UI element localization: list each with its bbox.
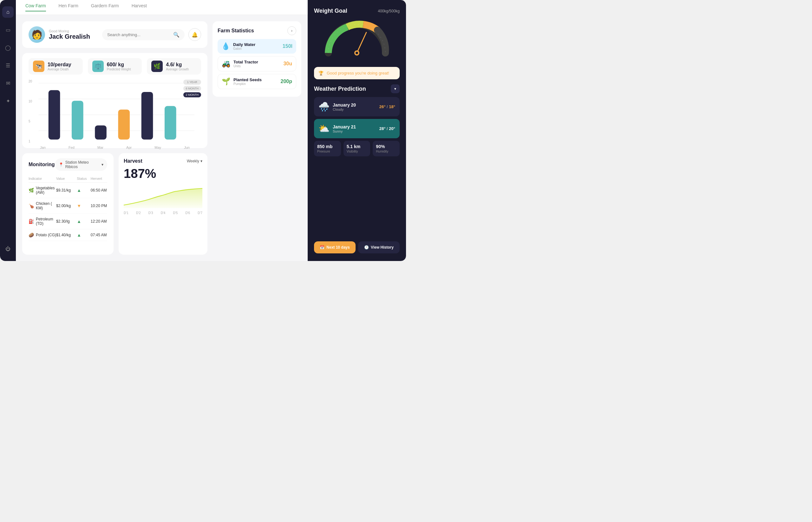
action-buttons: 📅 Next 10 days 🕐 View History: [314, 241, 400, 254]
nav-cow-farm[interactable]: Cow Farm: [25, 3, 46, 12]
user-icon: ◯: [5, 45, 11, 51]
stat-label-growth: Average Growth: [166, 67, 189, 71]
home-icon: ⌂: [6, 9, 9, 15]
stat-label-death: Average Death: [47, 67, 71, 71]
weather-day1: 🌧️ January 20 Cloudy 26° / 18°: [314, 97, 400, 116]
table-header: Indicator Value Status Hervert: [28, 175, 107, 183]
svg-rect-9: [165, 106, 176, 140]
tractor-icon: 🚜: [222, 60, 230, 68]
location-icon: 📍: [59, 162, 63, 167]
col-hervert: Hervert: [91, 177, 107, 180]
filter-1year[interactable]: 1 YEAR: [183, 80, 201, 85]
stat-icon-death: 🐄: [33, 61, 44, 72]
farm-stats-header: Farm Statistics ›: [218, 26, 296, 35]
visibility-label: Visibility: [347, 150, 367, 153]
chevron-down-icon: ▾: [394, 86, 396, 91]
stat-average-death: 🐄 10/perday Average Death: [28, 58, 83, 75]
stat-value-growth: 4.6/ kg: [166, 62, 189, 67]
row4-value: $1.40/kg: [56, 233, 77, 237]
station-select[interactable]: 📍 Station Meteo Ribicos ▾: [55, 158, 107, 171]
gauge-svg: [322, 18, 392, 59]
planted-seeds-unit: Pumpkin: [234, 82, 262, 86]
chart-svg: [28, 80, 201, 143]
search-icon: 🔍: [173, 32, 180, 38]
row4-status: ▲: [77, 233, 91, 238]
sidebar-item-mail[interactable]: ✉: [2, 77, 14, 89]
search-bar[interactable]: 🔍: [102, 29, 184, 40]
filter-6month[interactable]: 6 MONTH: [183, 86, 201, 91]
content-area: 🧑 Good Moring Jack Grealish 🔍 🔔: [16, 15, 308, 261]
humidity-stat: 90% Humidity: [373, 141, 400, 156]
pressure-stat: 850 mb Preesure: [314, 141, 341, 156]
monitoring-title: Monitoring: [28, 162, 55, 167]
sidebar-item-chat[interactable]: ☰: [2, 60, 14, 71]
cloudy-icon: 🌧️: [318, 101, 330, 112]
harvest-title: Harvest: [124, 158, 142, 164]
sidebar-item-user[interactable]: ◯: [2, 42, 14, 53]
search-input[interactable]: [107, 32, 170, 37]
left-column: 🧑 Good Moring Jack Grealish 🔍 🔔: [22, 21, 207, 255]
stat-label-weight: Predicted Weight: [107, 67, 131, 71]
stat-icon-growth: 🌿: [151, 61, 163, 72]
col-indicator: Indicator: [28, 177, 56, 180]
sidebar-item-home[interactable]: ⌂: [2, 6, 14, 18]
planted-seeds-value: 200p: [281, 79, 292, 84]
sidebar-item-power[interactable]: ⏻: [2, 243, 14, 255]
sidebar: ⌂ ▭ ◯ ☰ ✉ ✦ ⏻: [0, 0, 16, 261]
view-history-button[interactable]: 🕐 View History: [358, 241, 400, 254]
weekly-select[interactable]: Weekly ▾: [187, 159, 202, 163]
next-10-days-button[interactable]: 📅 Next 10 days: [314, 241, 356, 254]
weather-day2-date: January 21: [333, 124, 356, 129]
stat-value-weight: 600/ kg: [107, 62, 131, 67]
harvest-day-6: D'6: [185, 211, 190, 215]
total-tractor-value: 30u: [283, 61, 292, 66]
svg-rect-7: [118, 109, 130, 139]
monitoring-card: Monitoring 📍 Station Meteo Ribicos ▾ Ind…: [22, 153, 114, 255]
sidebar-item-settings[interactable]: ✦: [2, 95, 14, 106]
farm-statistics-card: Farm Statistics › 💧 Daily Water Galon 15…: [213, 21, 301, 97]
power-icon: ⏻: [5, 246, 11, 252]
daily-water-unit: Galon: [233, 47, 255, 51]
row2-status: ▼: [77, 203, 91, 208]
row1-status: ▲: [77, 188, 91, 193]
farm-stats-chevron[interactable]: ›: [288, 26, 296, 35]
sidebar-item-wallet[interactable]: ▭: [2, 24, 14, 36]
progress-text: Good progress you're doing great!: [327, 71, 389, 76]
stats-chart-card: 🐄 10/perday Average Death ⚖️ 600/ kg Pre…: [22, 53, 207, 148]
chevron-down-icon: ▾: [200, 159, 202, 163]
main-content: Cow Farm Hen Farm Gardern Farm Harvest 🧑…: [16, 0, 308, 261]
harvest-header: Harvest Weekly ▾: [124, 158, 202, 164]
weather-expand-btn[interactable]: ▾: [391, 84, 400, 93]
weather-day1-date: January 20: [333, 102, 356, 107]
user-name: Jack Grealish: [49, 33, 90, 40]
weather-day2-info: ⛅ January 21 Sunny: [318, 123, 356, 134]
bell-icon: 🔔: [192, 32, 198, 38]
stat-average-growth: 🌿 4.6/ kg Average Growth: [147, 58, 201, 75]
nav-hen-farm[interactable]: Hen Farm: [59, 3, 78, 12]
daily-water-left: 💧 Daily Water Galon: [221, 42, 255, 51]
notification-bell[interactable]: 🔔: [189, 28, 201, 41]
harvest-day-3: D'3: [148, 211, 153, 215]
weather-header: Weather Prediction ▾: [314, 84, 400, 93]
table-row: ⛽Petroleum (TD) $2.30/lg ▲ 12:20 AM: [28, 214, 107, 229]
row2-value: $2.00/kg: [56, 204, 77, 208]
station-name: Station Meteo Ribicos: [65, 160, 100, 169]
nav-harvest[interactable]: Harvest: [132, 3, 147, 12]
weekly-label: Weekly: [187, 159, 199, 163]
stat-icon-weight: ⚖️: [92, 61, 104, 72]
monitoring-header: Monitoring 📍 Station Meteo Ribicos ▾: [28, 158, 107, 171]
farm-stats-title: Farm Statistics: [218, 28, 254, 34]
visibility-stat: 5.1 km Visibility: [343, 141, 371, 156]
daily-water-value: 150l: [283, 43, 293, 49]
nav-garden-farm[interactable]: Gardern Farm: [91, 3, 119, 12]
row4-name: 🥔Potato (CG): [28, 233, 56, 238]
right-column: Farm Statistics › 💧 Daily Water Galon 15…: [213, 21, 301, 255]
row1-time: 06:50 AM: [91, 188, 107, 193]
chart-x-labels: Jan Fed Mar Apr May Jun: [28, 145, 201, 149]
filter-2month[interactable]: 2 MONTH: [183, 92, 201, 97]
svg-point-12: [356, 52, 358, 54]
row4-time: 07:45 AM: [91, 233, 107, 237]
weather-day2-temp: 28° / 20°: [379, 126, 395, 131]
chevron-down-icon: ▾: [101, 162, 103, 167]
planted-seeds-name: Planted Seeds: [234, 77, 262, 82]
